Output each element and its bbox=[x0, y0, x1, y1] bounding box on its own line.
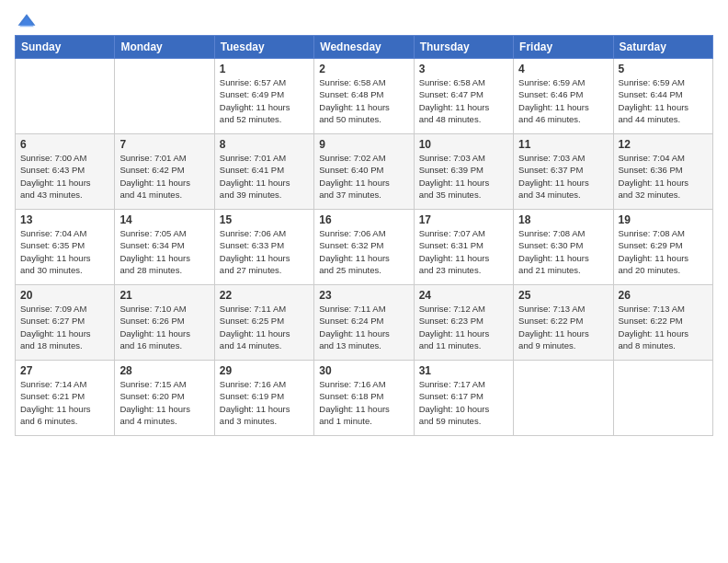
col-header-friday: Friday bbox=[514, 36, 613, 59]
page-container: SundayMondayTuesdayWednesdayThursdayFrid… bbox=[0, 0, 728, 445]
day-number: 19 bbox=[619, 213, 708, 226]
day-detail: Sunrise: 7:09 AM Sunset: 6:27 PM Dayligh… bbox=[20, 303, 109, 351]
day-number: 30 bbox=[319, 364, 408, 377]
day-detail: Sunrise: 7:16 AM Sunset: 6:18 PM Dayligh… bbox=[319, 378, 408, 427]
day-detail: Sunrise: 7:13 AM Sunset: 6:22 PM Dayligh… bbox=[619, 303, 708, 351]
day-detail: Sunrise: 7:08 AM Sunset: 6:30 PM Dayligh… bbox=[518, 227, 608, 276]
calendar-cell: 12Sunrise: 7:04 AM Sunset: 6:36 PM Dayli… bbox=[613, 134, 712, 210]
calendar-cell: 14Sunrise: 7:05 AM Sunset: 6:34 PM Dayli… bbox=[115, 210, 214, 285]
calendar-cell: 30Sunrise: 7:16 AM Sunset: 6:18 PM Dayli… bbox=[314, 361, 414, 436]
day-detail: Sunrise: 7:12 AM Sunset: 6:23 PM Dayligh… bbox=[419, 303, 508, 351]
calendar-cell: 19Sunrise: 7:08 AM Sunset: 6:29 PM Dayli… bbox=[613, 210, 712, 285]
calendar-cell: 29Sunrise: 7:16 AM Sunset: 6:19 PM Dayli… bbox=[214, 361, 313, 436]
col-header-wednesday: Wednesday bbox=[314, 36, 414, 59]
day-detail: Sunrise: 7:03 AM Sunset: 6:37 PM Dayligh… bbox=[518, 152, 608, 201]
day-number: 21 bbox=[119, 289, 209, 302]
col-header-thursday: Thursday bbox=[414, 36, 513, 59]
logo-icon bbox=[17, 11, 37, 31]
day-number: 25 bbox=[518, 289, 608, 302]
calendar-cell bbox=[613, 361, 712, 436]
day-detail: Sunrise: 7:02 AM Sunset: 6:40 PM Dayligh… bbox=[319, 152, 408, 201]
day-detail: Sunrise: 6:59 AM Sunset: 6:44 PM Dayligh… bbox=[619, 76, 708, 125]
calendar-cell: 3Sunrise: 6:58 AM Sunset: 6:47 PM Daylig… bbox=[414, 59, 513, 134]
day-number: 2 bbox=[319, 63, 408, 75]
day-detail: Sunrise: 7:05 AM Sunset: 6:34 PM Dayligh… bbox=[119, 227, 209, 276]
day-number: 17 bbox=[419, 213, 508, 226]
calendar-table: SundayMondayTuesdayWednesdayThursdayFrid… bbox=[15, 35, 713, 436]
calendar-cell: 1Sunrise: 6:57 AM Sunset: 6:49 PM Daylig… bbox=[214, 59, 313, 134]
day-detail: Sunrise: 7:17 AM Sunset: 6:17 PM Dayligh… bbox=[419, 378, 508, 427]
day-number: 23 bbox=[319, 289, 408, 302]
day-detail: Sunrise: 7:15 AM Sunset: 6:20 PM Dayligh… bbox=[119, 378, 209, 427]
day-number: 8 bbox=[220, 138, 309, 151]
calendar-cell: 15Sunrise: 7:06 AM Sunset: 6:33 PM Dayli… bbox=[214, 210, 313, 285]
day-detail: Sunrise: 7:01 AM Sunset: 6:42 PM Dayligh… bbox=[119, 152, 209, 201]
col-header-monday: Monday bbox=[115, 36, 214, 59]
calendar-week-row: 6Sunrise: 7:00 AM Sunset: 6:43 PM Daylig… bbox=[16, 134, 713, 210]
day-number: 18 bbox=[518, 213, 608, 226]
day-detail: Sunrise: 7:11 AM Sunset: 6:24 PM Dayligh… bbox=[319, 303, 408, 351]
day-number: 7 bbox=[119, 138, 209, 151]
day-detail: Sunrise: 7:14 AM Sunset: 6:21 PM Dayligh… bbox=[20, 378, 109, 427]
day-detail: Sunrise: 6:58 AM Sunset: 6:48 PM Dayligh… bbox=[319, 76, 408, 125]
col-header-sunday: Sunday bbox=[16, 36, 115, 59]
day-number: 6 bbox=[20, 138, 109, 151]
calendar-cell: 22Sunrise: 7:11 AM Sunset: 6:25 PM Dayli… bbox=[214, 285, 313, 361]
day-detail: Sunrise: 7:16 AM Sunset: 6:19 PM Dayligh… bbox=[220, 378, 309, 427]
day-detail: Sunrise: 7:04 AM Sunset: 6:35 PM Dayligh… bbox=[20, 227, 109, 276]
calendar-cell: 7Sunrise: 7:01 AM Sunset: 6:42 PM Daylig… bbox=[115, 134, 214, 210]
day-number: 9 bbox=[319, 138, 408, 151]
calendar-cell bbox=[514, 361, 613, 436]
calendar-cell: 9Sunrise: 7:02 AM Sunset: 6:40 PM Daylig… bbox=[314, 134, 414, 210]
calendar-cell: 31Sunrise: 7:17 AM Sunset: 6:17 PM Dayli… bbox=[414, 361, 513, 436]
day-number: 13 bbox=[20, 213, 109, 226]
calendar-cell: 27Sunrise: 7:14 AM Sunset: 6:21 PM Dayli… bbox=[16, 361, 115, 436]
day-detail: Sunrise: 7:03 AM Sunset: 6:39 PM Dayligh… bbox=[419, 152, 508, 201]
calendar-cell: 21Sunrise: 7:10 AM Sunset: 6:26 PM Dayli… bbox=[115, 285, 214, 361]
day-number: 22 bbox=[220, 289, 309, 302]
day-number: 12 bbox=[619, 138, 708, 151]
day-detail: Sunrise: 6:59 AM Sunset: 6:46 PM Dayligh… bbox=[518, 76, 608, 125]
day-number: 16 bbox=[319, 213, 408, 226]
day-number: 20 bbox=[20, 289, 109, 302]
calendar-cell: 26Sunrise: 7:13 AM Sunset: 6:22 PM Dayli… bbox=[613, 285, 712, 361]
calendar-cell: 23Sunrise: 7:11 AM Sunset: 6:24 PM Dayli… bbox=[314, 285, 414, 361]
logo bbox=[15, 11, 37, 31]
calendar-cell: 11Sunrise: 7:03 AM Sunset: 6:37 PM Dayli… bbox=[514, 134, 613, 210]
day-number: 14 bbox=[119, 213, 209, 226]
calendar-cell: 10Sunrise: 7:03 AM Sunset: 6:39 PM Dayli… bbox=[414, 134, 513, 210]
day-detail: Sunrise: 7:04 AM Sunset: 6:36 PM Dayligh… bbox=[619, 152, 708, 201]
day-detail: Sunrise: 6:58 AM Sunset: 6:47 PM Dayligh… bbox=[419, 76, 508, 125]
day-detail: Sunrise: 7:06 AM Sunset: 6:33 PM Dayligh… bbox=[220, 227, 309, 276]
day-number: 11 bbox=[518, 138, 608, 151]
col-header-saturday: Saturday bbox=[613, 36, 712, 59]
day-detail: Sunrise: 7:08 AM Sunset: 6:29 PM Dayligh… bbox=[619, 227, 708, 276]
calendar-cell: 18Sunrise: 7:08 AM Sunset: 6:30 PM Dayli… bbox=[514, 210, 613, 285]
day-number: 10 bbox=[419, 138, 508, 151]
calendar-week-row: 1Sunrise: 6:57 AM Sunset: 6:49 PM Daylig… bbox=[16, 59, 713, 134]
col-header-tuesday: Tuesday bbox=[214, 36, 313, 59]
calendar-cell: 25Sunrise: 7:13 AM Sunset: 6:22 PM Dayli… bbox=[514, 285, 613, 361]
day-detail: Sunrise: 6:57 AM Sunset: 6:49 PM Dayligh… bbox=[220, 76, 309, 125]
day-detail: Sunrise: 7:00 AM Sunset: 6:43 PM Dayligh… bbox=[20, 152, 109, 201]
calendar-header-row: SundayMondayTuesdayWednesdayThursdayFrid… bbox=[16, 36, 713, 59]
day-number: 1 bbox=[220, 63, 309, 75]
day-detail: Sunrise: 7:06 AM Sunset: 6:32 PM Dayligh… bbox=[319, 227, 408, 276]
calendar-cell: 16Sunrise: 7:06 AM Sunset: 6:32 PM Dayli… bbox=[314, 210, 414, 285]
day-number: 26 bbox=[619, 289, 708, 302]
day-detail: Sunrise: 7:10 AM Sunset: 6:26 PM Dayligh… bbox=[119, 303, 209, 351]
calendar-cell: 5Sunrise: 6:59 AM Sunset: 6:44 PM Daylig… bbox=[613, 59, 712, 134]
calendar-cell: 2Sunrise: 6:58 AM Sunset: 6:48 PM Daylig… bbox=[314, 59, 414, 134]
calendar-cell: 6Sunrise: 7:00 AM Sunset: 6:43 PM Daylig… bbox=[16, 134, 115, 210]
day-number: 28 bbox=[119, 364, 209, 377]
calendar-cell: 24Sunrise: 7:12 AM Sunset: 6:23 PM Dayli… bbox=[414, 285, 513, 361]
calendar-cell: 8Sunrise: 7:01 AM Sunset: 6:41 PM Daylig… bbox=[214, 134, 313, 210]
day-detail: Sunrise: 7:07 AM Sunset: 6:31 PM Dayligh… bbox=[419, 227, 508, 276]
calendar-cell: 13Sunrise: 7:04 AM Sunset: 6:35 PM Dayli… bbox=[16, 210, 115, 285]
day-detail: Sunrise: 7:01 AM Sunset: 6:41 PM Dayligh… bbox=[220, 152, 309, 201]
calendar-cell: 17Sunrise: 7:07 AM Sunset: 6:31 PM Dayli… bbox=[414, 210, 513, 285]
header bbox=[15, 11, 713, 31]
calendar-cell bbox=[115, 59, 214, 134]
calendar-week-row: 13Sunrise: 7:04 AM Sunset: 6:35 PM Dayli… bbox=[16, 210, 713, 285]
day-number: 4 bbox=[518, 63, 608, 75]
